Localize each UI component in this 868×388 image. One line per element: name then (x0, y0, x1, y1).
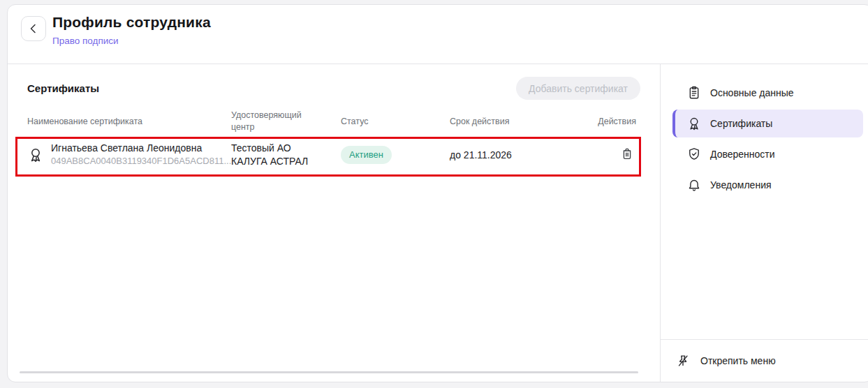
add-certificate-button[interactable]: Добавить сертификат (516, 77, 640, 100)
certificate-name: Игнатьева Светлана Леонидовна (51, 142, 231, 155)
certificates-panel: Сертификаты Добавить сертификат Наименов… (8, 64, 660, 382)
column-header-actions: Действия (578, 116, 640, 128)
column-header-status: Статус (341, 116, 450, 128)
sidebar-footer: Открепить меню (661, 339, 868, 382)
sidebar: Основные данные Сертификаты (660, 64, 868, 382)
sidebar-item-powers-of-attorney[interactable]: Доверенности (672, 140, 863, 168)
status-badge: Активен (341, 146, 392, 164)
arrow-left-icon (27, 22, 40, 35)
table-header: Наименование сертификата Удостоверяющий … (27, 110, 640, 137)
back-button[interactable] (21, 16, 46, 41)
sidebar-item-label: Сертификаты (710, 118, 772, 129)
sidebar-item-certificates[interactable]: Сертификаты (672, 110, 863, 137)
certificate-icon (27, 147, 44, 163)
certificate-serial: 049AB8CA0040B3119340F1D6A5ACD811... (51, 156, 231, 167)
section-title: Сертификаты (27, 82, 99, 94)
unpin-menu-button[interactable]: Открепить меню (661, 353, 776, 368)
pin-off-icon (675, 353, 691, 368)
column-header-validity: Срок действия (450, 116, 578, 128)
certificate-authority: Тестовый АО КАЛУГА АСТРАЛ (231, 142, 316, 168)
column-header-authority: Удостоверяющий центр (231, 110, 318, 133)
delete-certificate-button[interactable] (618, 144, 636, 165)
trash-icon (619, 146, 635, 161)
profile-card: Профиль сотрудника Право подписи Сертифи… (7, 4, 868, 382)
certificate-icon (686, 116, 702, 131)
horizontal-scrollbar[interactable] (20, 371, 638, 373)
page-title: Профиль сотрудника (52, 14, 211, 31)
sidebar-item-label: Уведомления (710, 179, 772, 191)
shield-check-icon (686, 147, 702, 162)
column-header-name: Наименование сертификата (27, 116, 231, 128)
page-header: Профиль сотрудника Право подписи (8, 5, 868, 64)
sidebar-item-main-data[interactable]: Основные данные (672, 79, 863, 107)
sidebar-item-label: Доверенности (710, 149, 775, 160)
sidebar-item-label: Основные данные (710, 87, 794, 98)
sidebar-item-notifications[interactable]: Уведомления (672, 171, 863, 199)
clipboard-icon (686, 85, 702, 100)
certificate-validity: до 21.11.2026 (450, 149, 578, 161)
sidebar-nav: Основные данные Сертификаты (661, 64, 868, 199)
signing-rights-link[interactable]: Право подписи (52, 36, 119, 46)
unpin-menu-label: Открепить меню (700, 355, 776, 366)
bell-icon (686, 177, 702, 193)
certificate-row[interactable]: Игнатьева Светлана Леонидовна 049AB8CA00… (27, 137, 640, 171)
